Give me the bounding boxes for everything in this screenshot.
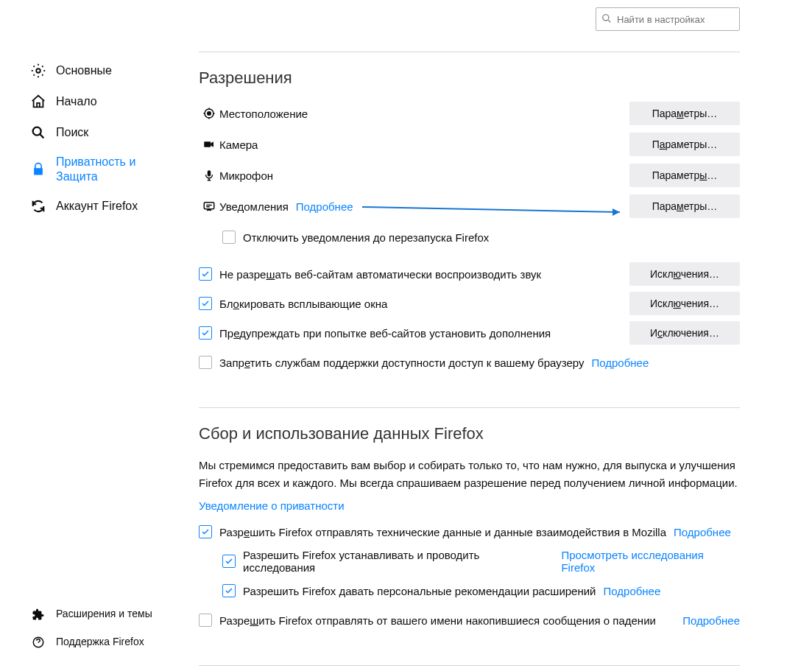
accessibility-checkbox[interactable]	[199, 356, 212, 369]
sidebar-label: Аккаунт Firefox	[56, 199, 138, 214]
location-label: Местоположение	[219, 108, 629, 120]
sidebar-label: Поиск	[56, 125, 88, 140]
sidebar-item-home[interactable]: Начало	[29, 86, 177, 117]
lock-icon	[29, 161, 47, 178]
microphone-label: Микрофон	[219, 169, 629, 182]
sidebar-label: Приватность и Защита	[56, 155, 177, 184]
accessibility-row: Запретить службам поддержки доступности …	[199, 350, 740, 375]
camera-settings-button[interactable]: Параметры…	[629, 133, 740, 156]
addons-row: Предупреждать при попытке веб-сайтов уст…	[199, 320, 740, 345]
autoplay-checkbox[interactable]	[199, 267, 212, 281]
question-icon	[29, 633, 47, 651]
studies-checkbox[interactable]	[222, 555, 236, 568]
notifications-label: Уведомления	[219, 200, 289, 213]
sidebar-label: Основные	[56, 63, 112, 78]
camera-icon	[199, 138, 219, 151]
studies-label: Разрешить Firefox устанавливать и провод…	[243, 549, 554, 574]
search-icon	[29, 124, 47, 141]
telemetry-checkbox[interactable]	[199, 525, 212, 538]
sidebar-label: Начало	[56, 94, 97, 109]
svg-point-1	[33, 127, 41, 136]
addons-checkbox[interactable]	[199, 326, 212, 340]
location-icon	[199, 107, 219, 120]
sidebar-label: Расширения и темы	[56, 608, 152, 621]
permissions-title: Разрешения	[199, 68, 740, 88]
accessibility-learn-more-link[interactable]: Подробнее	[591, 356, 649, 369]
sidebar-item-extensions[interactable]: Расширения и темы	[29, 600, 177, 628]
popup-label: Блокировать всплывающие окна	[219, 298, 387, 310]
sidebar-item-support[interactable]: Поддержка Firefox	[29, 628, 177, 656]
datacollection-description: Мы стремимся предоставить вам выбор и со…	[199, 457, 740, 492]
recs-checkbox[interactable]	[222, 584, 236, 597]
studies-row: Разрешить Firefox устанавливать и провод…	[199, 549, 740, 574]
autoplay-exceptions-button[interactable]: Исключения…	[629, 262, 740, 286]
sidebar-item-search[interactable]: Поиск	[29, 117, 177, 148]
privacy-notice-link[interactable]: Уведомление о приватности	[199, 499, 345, 512]
camera-label: Камера	[219, 138, 629, 151]
location-settings-button[interactable]: Параметры…	[629, 102, 740, 125]
notifications-learn-more-link[interactable]: Подробнее	[296, 200, 353, 213]
notifications-settings-button[interactable]: Параметры…	[629, 194, 740, 218]
svg-rect-6	[204, 141, 211, 147]
sidebar-label: Поддержка Firefox	[56, 636, 144, 649]
popup-row: Блокировать всплывающие окна Исключения…	[199, 291, 740, 316]
recs-label: Разрешить Firefox давать персональные ре…	[243, 585, 596, 597]
popup-exceptions-button[interactable]: Исключения…	[629, 292, 740, 315]
sidebar-item-privacy[interactable]: Приватность и Защита	[29, 148, 177, 191]
recs-learn-more-link[interactable]: Подробнее	[604, 585, 661, 597]
autoplay-row: Не разрешать веб-сайтам автоматически во…	[199, 261, 740, 287]
disable-notifications-checkbox[interactable]	[222, 231, 236, 244]
disable-notifications-row: Отключить уведомления до перезапуска Fir…	[199, 225, 740, 250]
studies-view-link[interactable]: Просмотреть исследования Firefox	[561, 549, 740, 574]
search-input[interactable]	[596, 7, 740, 31]
puzzle-icon	[29, 605, 47, 623]
crash-label: Разрешить Firefox отправлять от вашего и…	[219, 614, 656, 627]
datacollection-title: Сбор и использование данных Firefox	[199, 424, 740, 443]
addons-label: Предупреждать при попытке веб-сайтов уст…	[219, 327, 551, 340]
sidebar-item-account[interactable]: Аккаунт Firefox	[29, 191, 177, 222]
svg-point-0	[36, 68, 40, 73]
sidebar-item-general[interactable]: Основные	[29, 55, 177, 86]
sync-icon	[29, 197, 47, 215]
autoplay-label: Не разрешать веб-сайтам автоматически во…	[219, 268, 541, 281]
disable-notifications-label: Отключить уведомления до перезапуска Fir…	[243, 231, 740, 244]
crash-row: Разрешить Firefox отправлять от вашего и…	[199, 608, 740, 633]
section-divider	[199, 665, 740, 666]
telemetry-label: Разрешить Firefox отправлять технические…	[219, 526, 666, 538]
permission-row-location: Местоположение Параметры…	[199, 101, 740, 126]
addons-exceptions-button[interactable]: Исключения…	[629, 321, 740, 345]
notification-icon	[199, 200, 219, 213]
crash-learn-more-link[interactable]: Подробнее	[682, 614, 740, 627]
microphone-icon	[199, 169, 219, 182]
crash-checkbox[interactable]	[199, 614, 212, 627]
permission-row-microphone: Микрофон Параметры…	[199, 163, 740, 188]
recs-row: Разрешить Firefox давать персональные ре…	[199, 578, 740, 603]
gear-icon	[29, 62, 47, 80]
svg-rect-7	[208, 170, 211, 176]
microphone-settings-button[interactable]: Параметры…	[629, 164, 740, 187]
permission-row-camera: Камера Параметры…	[199, 132, 740, 157]
telemetry-row: Разрешить Firefox отправлять технические…	[199, 519, 740, 544]
permission-row-notifications: Уведомления Подробнее Параметры…	[199, 194, 740, 219]
section-divider	[199, 407, 740, 408]
accessibility-label: Запретить службам поддержки доступности …	[219, 356, 584, 369]
popup-checkbox[interactable]	[199, 297, 212, 310]
section-divider	[199, 52, 740, 52]
home-icon	[29, 93, 47, 110]
telemetry-learn-more-link[interactable]: Подробнее	[674, 526, 731, 538]
svg-point-4	[208, 112, 211, 116]
